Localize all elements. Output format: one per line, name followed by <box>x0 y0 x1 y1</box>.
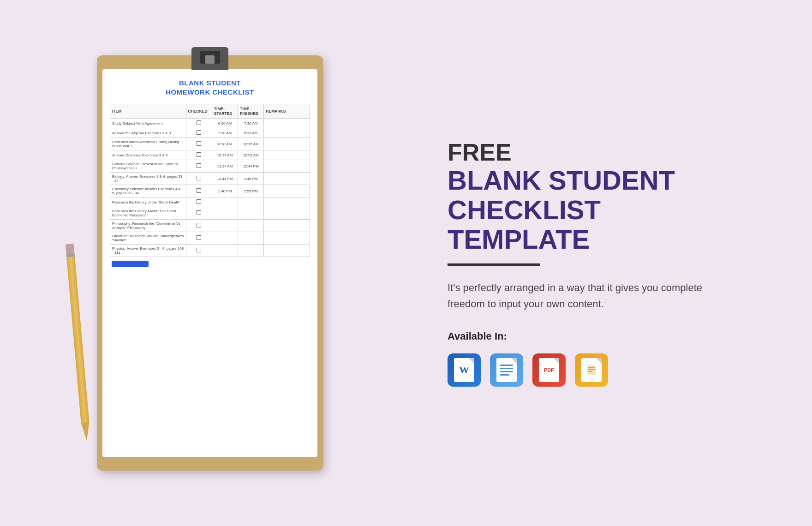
docs-icon[interactable] <box>490 353 523 387</box>
cell-checked <box>186 207 212 220</box>
checkbox[interactable] <box>197 163 201 168</box>
table-row: General Science: Research the Cycle of P… <box>110 160 310 173</box>
cell-item: Philosophy: Research the "Continental Vs… <box>110 220 186 232</box>
cell-remarks <box>264 245 310 257</box>
word-icon[interactable]: W <box>448 353 481 387</box>
cell-finished: 1:40 PM <box>238 173 264 185</box>
checkbox[interactable] <box>197 120 201 125</box>
cell-item: Physics: Answer Exercises 3 - 8, pages 1… <box>110 245 186 257</box>
blue-bar <box>112 261 149 267</box>
pages-icon[interactable] <box>575 353 608 387</box>
cell-remarks <box>264 197 310 207</box>
cell-checked <box>186 150 212 160</box>
cell-remarks <box>264 220 310 232</box>
cell-item: Literature: Research William Shakespeare… <box>110 232 186 245</box>
cell-checked <box>186 197 212 207</box>
cell-finished: 7:30 AM <box>238 119 264 128</box>
info-section: FREE BLANK STUDENT CHECKLIST TEMPLATE It… <box>420 139 734 387</box>
cell-finished <box>238 220 264 232</box>
cell-remarks <box>264 150 310 160</box>
cell-item: Answer the Algebra Exercises 2 & 3 <box>110 128 186 138</box>
cell-remarks <box>264 119 310 128</box>
cell-started: 10:15 AM <box>212 150 238 160</box>
pencil-tip <box>81 422 91 441</box>
cell-remarks <box>264 138 310 150</box>
cell-started: 1:40 PM <box>212 185 238 197</box>
table-row: Research the History About "The Great Ec… <box>110 207 310 220</box>
cell-item: General Science: Research the Cycle of P… <box>110 160 186 173</box>
cell-finished <box>238 245 264 257</box>
col-header-item: ITEM <box>110 104 186 119</box>
checkbox[interactable] <box>197 152 201 157</box>
pencil-eraser <box>66 244 75 253</box>
clipboard-section: BLANK STUDENT HOMEWORK CHECKLIST ITEM CH… <box>78 55 337 471</box>
pencil <box>66 244 91 437</box>
checkbox[interactable] <box>197 235 201 240</box>
table-row: Literature: Research William Shakespeare… <box>110 232 310 245</box>
checkbox[interactable] <box>197 248 201 252</box>
table-row: Research the History of the "Black Death… <box>110 197 310 207</box>
checkbox[interactable] <box>197 141 201 146</box>
cell-checked <box>186 128 212 138</box>
table-row: Chemistry Science: Answer Exercises 4 & … <box>110 185 310 197</box>
cell-started <box>212 207 238 220</box>
clipboard-clip <box>191 47 228 70</box>
col-header-finished: TIME-FINISHED <box>238 104 264 119</box>
checkbox[interactable] <box>197 210 201 215</box>
description-text: It's perfectly arranged in a way that it… <box>448 280 706 312</box>
cell-checked <box>186 232 212 245</box>
clipboard: BLANK STUDENT HOMEWORK CHECKLIST ITEM CH… <box>97 55 323 471</box>
checklist-table: ITEM CHECKED TIME-STARTED TIME-FINISHED … <box>110 104 310 257</box>
cell-finished: 10:15 AM <box>238 138 264 150</box>
free-label: FREE <box>448 139 734 166</box>
checkbox[interactable] <box>197 176 201 180</box>
cell-item: Biology: Answer Exercises 3 & 4, pages 2… <box>110 173 186 185</box>
checkbox[interactable] <box>197 223 201 227</box>
col-header-checked: CHECKED <box>186 104 212 119</box>
cell-checked <box>186 185 212 197</box>
table-row: Study Subject-Verb Agreement6:00 AM7:30 … <box>110 119 310 128</box>
cell-item: Chemistry Science: Answer Exercises 4 & … <box>110 185 186 197</box>
cell-remarks <box>264 207 310 220</box>
table-row: Physics: Answer Exercises 3 - 8, pages 1… <box>110 245 310 257</box>
cell-finished: 8:30 AM <box>238 128 264 138</box>
available-label: Available In: <box>448 330 734 342</box>
pdf-icon[interactable]: PDF <box>532 353 566 387</box>
table-row: Answer the Algebra Exercises 2 & 37:30 A… <box>110 128 310 138</box>
cell-checked <box>186 119 212 128</box>
cell-started <box>212 197 238 207</box>
cell-checked <box>186 220 212 232</box>
cell-checked <box>186 160 212 173</box>
document-title: BLANK STUDENT HOMEWORK CHECKLIST <box>110 78 310 96</box>
checkbox[interactable] <box>197 188 201 193</box>
checkbox[interactable] <box>197 130 201 135</box>
cell-finished: 2:55 PM <box>238 185 264 197</box>
cell-item: Research the History of the "Black Death… <box>110 197 186 207</box>
cell-remarks <box>264 173 310 185</box>
cell-finished: 10:58 AM <box>238 150 264 160</box>
cell-started: 12:44 PM <box>212 173 238 185</box>
col-header-started: TIME-STARTED <box>212 104 238 119</box>
cell-started: 7:30 AM <box>212 128 238 138</box>
cell-started <box>212 220 238 232</box>
cell-started <box>212 232 238 245</box>
cell-started: 11:24 AM <box>212 160 238 173</box>
table-row: Research About American History During W… <box>110 138 310 150</box>
col-header-remarks: REMARKS <box>264 104 310 119</box>
cell-remarks <box>264 160 310 173</box>
table-row: Philosophy: Research the "Continental Vs… <box>110 220 310 232</box>
cell-checked <box>186 245 212 257</box>
checkbox[interactable] <box>197 199 201 204</box>
main-container: BLANK STUDENT HOMEWORK CHECKLIST ITEM CH… <box>0 0 812 526</box>
pencil-body <box>66 257 89 423</box>
cell-remarks <box>264 185 310 197</box>
cell-finished: 12:44 PM <box>238 160 264 173</box>
cell-checked <box>186 138 212 150</box>
cell-finished <box>238 197 264 207</box>
main-title: BLANK STUDENT CHECKLIST TEMPLATE <box>448 166 734 254</box>
cell-started: 8:30 AM <box>212 138 238 150</box>
cell-item: Research About American History During W… <box>110 138 186 150</box>
cell-finished <box>238 232 264 245</box>
table-row: Answer Grammar Exercises 3 & 610:15 AM10… <box>110 150 310 160</box>
cell-item: Research the History About "The Great Ec… <box>110 207 186 220</box>
